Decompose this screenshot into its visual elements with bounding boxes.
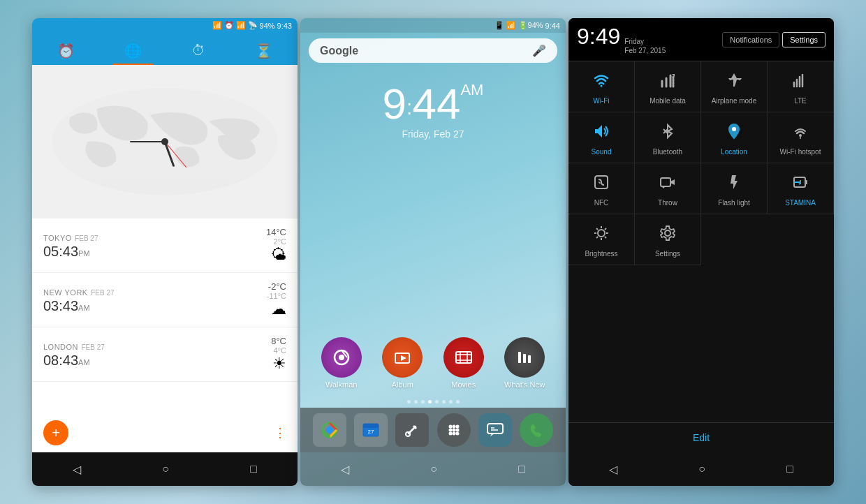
app-album[interactable]: Album	[382, 337, 423, 389]
qs-mobile-data[interactable]: Mobile data	[635, 61, 701, 112]
qs-wifi[interactable]: Wi-Fi	[568, 61, 635, 112]
svg-point-21	[455, 425, 459, 429]
qs-brightness[interactable]: Brightness	[568, 214, 635, 265]
city-name-date-tokyo: TOKYO FEB 27	[43, 231, 98, 244]
svg-point-22	[448, 429, 452, 432]
stamina-icon: +	[791, 173, 809, 195]
tab-alarm[interactable]: ⏰	[46, 38, 86, 65]
edit-button[interactable]: Edit	[693, 432, 710, 443]
page-dot-5	[435, 400, 439, 403]
status-icons-left: 📶 ⏰ 📶 📡 94% 9:43	[212, 21, 292, 30]
status-icons-mid: 📱 📶 🔋94% 9:44	[494, 21, 560, 30]
qs-hotspot[interactable]: Wi-Fi hotspot	[768, 112, 834, 163]
whatsnew-label: What's New	[504, 380, 545, 389]
city-info-newyork: NEW YORK FEB 27 03:43AM	[43, 286, 115, 314]
qs-lte[interactable]: LTE	[768, 61, 834, 112]
mic-icon[interactable]: 🎤	[532, 44, 546, 57]
hotspot-icon	[791, 122, 809, 144]
svg-marker-4	[401, 355, 406, 361]
wifi-icon-mid: 📶	[506, 21, 516, 30]
home-clock-widget: 9:44AM Friday, Feb 27	[300, 68, 566, 147]
home-button-right[interactable]: ○	[698, 463, 705, 475]
stamina-label: STAMINA	[785, 199, 816, 207]
time-left: 9:43	[277, 22, 292, 30]
city-date-london: FEB 27	[82, 343, 105, 351]
bluetooth-icon	[659, 122, 677, 144]
recents-button-right[interactable]: □	[786, 463, 793, 475]
svg-rect-28	[487, 424, 503, 433]
back-button-right[interactable]: ◁	[609, 463, 617, 476]
qs-settings[interactable]: Settings	[635, 214, 701, 265]
brightness-icon	[592, 224, 610, 246]
left-phone: 📶 ⏰ 📶 📡 94% 9:43 ⏰ 🌐 ⏱ ⏳	[32, 18, 298, 486]
dock-bar: 27	[300, 408, 566, 452]
svg-text:27: 27	[368, 429, 374, 435]
page-dots	[300, 396, 566, 408]
svg-rect-48	[805, 180, 807, 184]
city-item-tokyo[interactable]: TOKYO FEB 27 05:43PM 14°C 2°C 🌤	[32, 218, 298, 273]
tab-worldclock[interactable]: 🌐	[113, 38, 153, 65]
dock-phone[interactable]	[520, 413, 553, 447]
bottom-actions-left: + ⋮	[32, 413, 298, 452]
battery-icon-left: 94%	[260, 22, 275, 30]
qs-stamina[interactable]: + STAMINA	[768, 163, 834, 214]
city-list: TOKYO FEB 27 05:43PM 14°C 2°C 🌤	[32, 218, 298, 413]
settings-tab[interactable]: Settings	[782, 32, 825, 47]
tab-stopwatch[interactable]: ⏱	[180, 38, 216, 65]
add-city-button[interactable]: +	[43, 420, 68, 445]
dock-calendar[interactable]: 27	[354, 413, 388, 447]
tab-timer[interactable]: ⏳	[244, 38, 284, 65]
city-name-date-newyork: NEW YORK FEB 27	[43, 286, 115, 298]
mid-phone: 📱 📶 🔋94% 9:44 Google 🎤 9:44AM Friday, Fe…	[300, 18, 566, 486]
notifications-tab[interactable]: Notifications	[722, 32, 779, 47]
qs-location[interactable]: Location	[701, 112, 768, 163]
qs-throw[interactable]: Throw	[635, 163, 701, 214]
back-button-mid[interactable]: ◁	[341, 463, 349, 476]
page-dot-4	[428, 400, 432, 403]
back-button-left[interactable]: ◁	[73, 463, 81, 476]
page-dot-3	[421, 400, 425, 403]
dock-tools[interactable]	[395, 413, 429, 447]
city-item-london[interactable]: LONDON FEB 27 08:43AM 8°C 4°C ☀	[32, 327, 298, 382]
home-button-left[interactable]: ○	[162, 463, 169, 475]
recents-button-left[interactable]: □	[250, 463, 257, 475]
battery-icon-mid: 🔋94%	[518, 21, 543, 30]
dock-messages[interactable]	[478, 413, 512, 447]
svg-text:+: +	[798, 181, 800, 186]
qs-flashlight[interactable]: Flash light	[701, 163, 768, 214]
qs-airplane[interactable]: Airplane mode	[701, 61, 768, 112]
app-walkman[interactable]: Walkman	[321, 337, 362, 389]
dock-chrome[interactable]	[313, 413, 346, 447]
svg-point-52	[598, 230, 605, 237]
bluetooth-label: Bluetooth	[653, 148, 682, 156]
home-button-mid[interactable]: ○	[430, 463, 437, 475]
dock-launcher[interactable]	[437, 413, 471, 447]
clock-face	[123, 100, 207, 184]
more-menu-button[interactable]: ⋮	[274, 425, 286, 440]
settings-qs-icon	[659, 224, 677, 246]
city-info-london: LONDON FEB 27 08:43AM	[43, 340, 105, 369]
clock-center-dot	[161, 138, 168, 145]
search-bar-mid[interactable]: Google 🎤	[309, 38, 557, 63]
page-dot-2	[414, 400, 418, 403]
city-item-newyork[interactable]: NEW YORK FEB 27 03:43AM -2°C -11°C ☁	[32, 273, 298, 327]
movies-icon	[443, 337, 484, 378]
app-movies[interactable]: Movies	[443, 337, 484, 389]
svg-point-41	[732, 127, 736, 131]
right-header: 9:49 Friday Feb 27, 2015 Notifications S…	[568, 18, 834, 61]
app-whatsnew[interactable]: What's New	[504, 337, 545, 389]
nav-bar-left: ◁ ○ □	[32, 452, 298, 486]
qs-nfc[interactable]: NFC	[568, 163, 635, 214]
svg-line-57	[596, 228, 598, 230]
walkman-icon	[321, 337, 362, 378]
home-spacer	[300, 147, 566, 330]
svg-line-60	[596, 237, 598, 238]
svg-point-26	[452, 432, 455, 436]
alarm-icon: ⏰	[224, 21, 234, 30]
svg-rect-12	[528, 355, 531, 363]
svg-point-19	[448, 425, 452, 429]
city-info-tokyo: TOKYO FEB 27 05:43PM	[43, 231, 98, 260]
qs-sound[interactable]: Sound	[568, 112, 635, 163]
qs-bluetooth[interactable]: Bluetooth	[635, 112, 701, 163]
recents-button-mid[interactable]: □	[518, 463, 525, 475]
